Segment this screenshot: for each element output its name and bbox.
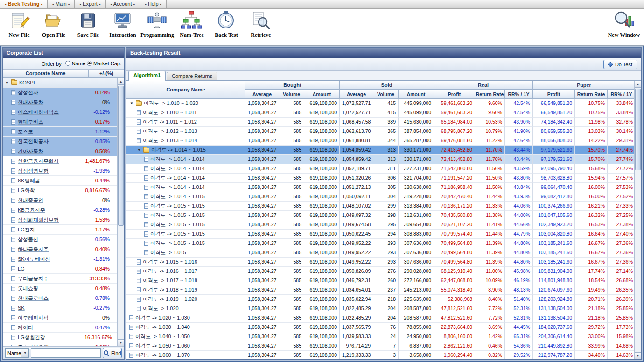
column-header-paper-return-rate[interactable]: Return Rate [575,90,608,98]
corporate-row[interactable]: LG0.84% [3,264,117,274]
corporate-row[interactable]: 현대중공업0% [3,195,117,205]
corporate-row[interactable]: SK텔레콤0.44% [3,176,117,186]
corporate-row[interactable]: 한국전력공사-0.85% [3,137,117,146]
search-field-dropdown[interactable]: Name ▾ [5,348,29,358]
corporate-row[interactable]: 현대자동차0% [3,97,117,107]
corporate-row[interactable]: 하나금융지주0.40% [3,244,117,254]
scroll-track[interactable] [118,85,124,339]
menu-item-account[interactable]: - Account - [106,0,140,8]
order-option-market-cap[interactable]: Market Cap. [87,61,121,66]
result-row[interactable]: 이격도 -> 1.014 ~ 1.0141,058,304.27585619,1… [126,174,634,183]
programming-button[interactable]: Programming [140,10,175,44]
corporate-row[interactable]: 에스케이하이닉스-0.12% [3,107,117,117]
result-row[interactable]: 이격도 -> 1.015 ~ 1.0161,058,304.27585619,1… [126,258,634,267]
find-button[interactable]: Find [103,348,122,358]
retrieve-button[interactable]: Retrieve [244,10,278,44]
column-header-bought-average[interactable]: Average [245,90,279,98]
column-header-corporate-name[interactable]: Corporate Name [3,70,89,77]
result-row[interactable]: 이격도 -> 1.018 ~ 1.0191,058,304.27585619,1… [126,285,634,295]
result-row[interactable]: 이격도 -> 1.015 ~ 1.0151,058,304.27585619,1… [126,239,634,248]
corporate-row[interactable]: 우리금융지주313.33% [3,274,117,284]
tree-root-kospi[interactable]: ▼ KOSPI [3,78,117,88]
column-header-sold-amount[interactable]: Amount [399,90,434,98]
result-row[interactable]: 이격도 -> 1.050 ~ 1.0601,058,304.27585619,1… [126,341,634,351]
tab-algorithm1[interactable]: Algorithm1 [128,71,166,81]
corporate-row[interactable]: 기아자동차0.50% [3,146,117,156]
corporate-row[interactable]: 롯데쇼핑0.48% [3,284,117,293]
menu-item-back-testing[interactable]: - Back Testing - [0,0,48,8]
result-row[interactable]: 이격도 -> 1.015 ~ 1.0151,058,304.27585619,1… [126,211,634,220]
column-header-paper-profit[interactable]: Profit [533,90,575,98]
new-window-button[interactable]: New Window [607,10,641,44]
scroll-down-button[interactable]: ▼ [635,352,641,359]
result-row[interactable]: 이격도 -> 1.015 ~ 1.0151,058,304.27585619,1… [126,220,634,230]
corporate-row[interactable]: 신한금융지주회사1,481.67% [3,156,117,166]
expand-arrow-icon[interactable]: ▼ [137,146,141,154]
corporate-row[interactable]: 중소기업은행0.36% [3,342,117,346]
result-row[interactable]: 이격도 -> 1.012 ~ 1.0131,058,304.27585619,1… [126,127,634,136]
corporate-row[interactable]: 삼성물산-0.56% [3,235,117,244]
corporate-row[interactable]: LG화학8,816.67% [3,186,117,195]
corporate-row[interactable]: LG생활건강16,316.67% [3,333,117,342]
result-row[interactable]: 이격도 -> 1.015 ~ 1.0151,058,304.27585619,1… [126,202,634,211]
open-file-button[interactable]: Open File [36,10,71,44]
scroll-thumb[interactable] [118,86,124,226]
result-row[interactable]: 이격도 -> 1.0151,058,304.27585619,108,0001,… [126,248,634,258]
new-file-button[interactable]: New File [2,10,36,44]
menu-item-help[interactable]: - Help - [140,0,167,8]
result-row[interactable]: 이격도 -> 1.014 ~ 1.0141,058,304.27585619,1… [126,155,634,164]
corporate-row[interactable]: 포스코-1.12% [3,127,117,137]
scroll-up-button[interactable]: ▲ [118,78,124,85]
corporate-row[interactable]: 현대모비스0.17% [3,117,117,127]
scroll-up-button[interactable]: ▲ [635,81,641,88]
corporate-row[interactable]: SK이노베이션-1.31% [3,254,117,264]
corporate-row[interactable]: 현대글로비스-0.78% [3,293,117,303]
scroll-down-button[interactable]: ▼ [118,339,124,346]
column-header-paper-rr-1y[interactable]: RR% / 1Y [608,90,634,98]
column-header-sold-volume[interactable]: Volume [373,90,399,98]
result-row[interactable]: 이격도 -> 1.010 ~ 1.0111,058,304.27585619,1… [126,108,634,118]
result-row[interactable]: 이격도 -> 1.030 ~ 1.0401,058,304.27585619,1… [126,323,634,332]
result-row[interactable]: ▼이격도 -> 1.010 ~ 1.0201,058,304.27585619,… [126,99,634,108]
scroll-thumb[interactable] [635,89,641,170]
corporate-row[interactable]: SK-0.27% [3,303,117,313]
interaction-button[interactable]: Interaction [105,10,140,44]
do-test-button[interactable]: Do Test [603,60,637,69]
result-row[interactable]: 이격도 -> 1.014 ~ 1.0151,058,304.27585619,1… [126,192,634,202]
back-test-button[interactable]: Back Test [209,10,244,44]
result-row[interactable]: 이격도 -> 1.017 ~ 1.0181,058,304.27585619,1… [126,276,634,285]
result-row[interactable]: 이격도 -> 1.016 ~ 1.0171,058,304.27585619,1… [126,267,634,276]
corporate-row[interactable]: LG전자1.17% [3,225,117,235]
search-input[interactable] [31,348,101,358]
column-header-real-profit[interactable]: Profit [434,90,475,98]
column-header-sold-average[interactable]: Average [340,90,373,98]
expand-arrow-icon[interactable]: ▼ [129,99,134,108]
save-file-button[interactable]: Save File [71,10,105,44]
result-row[interactable]: 이격도 -> 1.013 ~ 1.0141,058,304.27585619,1… [126,136,634,146]
result-row[interactable]: 이격도 -> 1.015 ~ 1.0151,058,304.27585619,1… [126,230,634,239]
corporate-row[interactable]: 케이티-0.47% [3,323,117,333]
order-option-name[interactable]: Name [65,61,85,66]
tab-compare-returns[interactable]: Compare Returns [167,72,217,80]
column-header-real-return-rate[interactable]: Return Rate [475,90,505,98]
result-row[interactable]: 이격도 -> 1.011 ~ 1.0121,058,304.27585619,1… [126,118,634,127]
menu-item-main[interactable]: - Main - [48,0,75,8]
corporate-row[interactable]: KB금융지주-0.28% [3,205,117,215]
column-header-bought-volume[interactable]: Volume [279,90,304,98]
result-row[interactable]: 이격도 -> 1.0201,058,304.27585619,108,0001,… [126,304,634,313]
corporate-row[interactable]: 삼성화재해상보험1.53% [3,215,117,225]
result-row[interactable]: 이격도 -> 1.019 ~ 1.0201,058,304.27585619,1… [126,295,634,304]
column-header-bought-amount[interactable]: Amount [304,90,340,98]
column-header-company-name[interactable]: Company Name [126,81,245,98]
expand-arrow-icon[interactable]: ▼ [5,81,9,85]
corporate-row[interactable]: 삼성전자0.14% [3,88,117,97]
chevron-down-icon[interactable]: ▾ [21,349,28,357]
result-row[interactable]: 이격도 -> 1.040 ~ 1.0501,058,304.27585619,1… [126,332,634,341]
result-row[interactable]: 이격도 -> 1.014 ~ 1.0141,058,304.27585619,1… [126,164,634,174]
result-row[interactable]: 이격도 -> 1.014 ~ 1.0141,058,304.27585619,1… [126,183,634,192]
scroll-track[interactable] [635,88,641,352]
nam-tree-button[interactable]: Nam-Tree [175,10,209,44]
corporate-row[interactable]: 삼성생명보험-1.93% [3,166,117,176]
menu-item-export[interactable]: - Export - [75,0,105,8]
column-header-change[interactable]: +/-(%) [89,70,124,77]
